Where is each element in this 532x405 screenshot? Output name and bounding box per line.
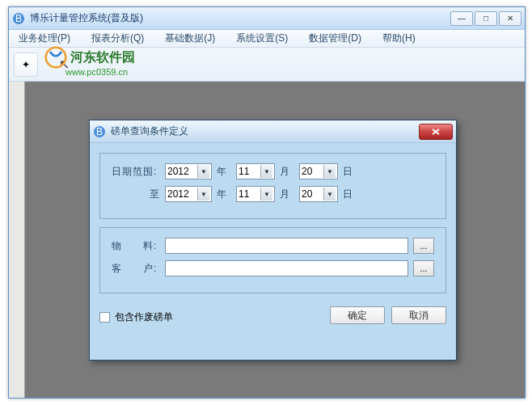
to-month-select[interactable]: 11 ▼ xyxy=(236,186,275,202)
title-bar: B 博乐计量管控系统(普及版) — □ ✕ xyxy=(9,7,525,30)
dialog-close-button[interactable] xyxy=(419,124,453,140)
cancel-button[interactable]: 取消 xyxy=(391,306,446,324)
menu-basedata[interactable]: 基础数据(J) xyxy=(162,30,218,47)
close-icon xyxy=(431,128,441,136)
from-day-select[interactable]: 20 ▼ xyxy=(299,163,338,179)
date-to-row: 至 2012 ▼ 年 11 ▼ 月 20 ▼ 日 xyxy=(112,186,434,202)
menu-settings[interactable]: 系统设置(S) xyxy=(233,30,291,47)
menu-business[interactable]: 业务处理(P) xyxy=(15,30,74,47)
date-from-row: 日期范围: 2012 ▼ 年 11 ▼ 月 20 ▼ 日 xyxy=(112,163,434,179)
minimize-button[interactable]: — xyxy=(450,11,473,26)
material-row: 物 料: ... xyxy=(112,238,434,254)
month-suffix: 月 xyxy=(280,165,289,179)
maximize-button[interactable]: □ xyxy=(475,11,497,26)
include-void-row: 包含作废磅单 xyxy=(99,310,173,324)
dropdown-icon: ▼ xyxy=(323,188,336,200)
dialog-footer: 包含作废磅单 确定 取消 xyxy=(99,302,446,324)
from-month-select[interactable]: 11 ▼ xyxy=(236,163,275,179)
month-suffix: 月 xyxy=(280,188,289,201)
to-label: 至 xyxy=(112,188,160,201)
material-label: 物 料: xyxy=(112,239,160,253)
app-icon: B xyxy=(12,12,25,25)
svg-text:B: B xyxy=(15,13,22,24)
side-panel xyxy=(9,82,25,398)
from-month-value: 11 xyxy=(239,166,249,177)
to-year-value: 2012 xyxy=(167,188,189,200)
query-dialog: B 磅单查询条件定义 日期范围: 2012 ▼ 年 11 ▼ 月 20 xyxy=(89,120,457,361)
ok-button[interactable]: 确定 xyxy=(330,306,385,324)
from-year-value: 2012 xyxy=(167,166,189,177)
close-button[interactable]: ✕ xyxy=(499,11,521,26)
toolbar-exit-button[interactable]: ✦ xyxy=(14,53,38,77)
dialog-icon: B xyxy=(93,125,106,138)
include-void-checkbox[interactable] xyxy=(99,312,110,323)
customer-label: 客 户: xyxy=(112,262,160,276)
window-controls: — □ ✕ xyxy=(450,11,521,26)
to-day-select[interactable]: 20 ▼ xyxy=(299,186,338,202)
filter-group: 物 料: ... 客 户: ... xyxy=(99,227,446,293)
toolbar: ✦ ↖ xyxy=(9,48,525,82)
dropdown-icon: ▼ xyxy=(197,165,209,178)
date-range-label: 日期范围: xyxy=(112,165,160,179)
to-month-value: 11 xyxy=(239,188,249,200)
menu-datamgmt[interactable]: 数据管理(D) xyxy=(306,30,365,47)
customer-input[interactable] xyxy=(165,260,408,276)
menu-bar: 业务处理(P) 报表分析(Q) 基础数据(J) 系统设置(S) 数据管理(D) … xyxy=(9,30,525,48)
window-title: 博乐计量管控系统(普及版) xyxy=(30,11,450,25)
material-input[interactable] xyxy=(165,238,408,254)
dropdown-icon: ▼ xyxy=(323,165,336,178)
include-void-label: 包含作废磅单 xyxy=(115,310,173,324)
button-row: 确定 取消 xyxy=(330,306,446,324)
year-suffix: 年 xyxy=(217,165,226,179)
dropdown-icon: ▼ xyxy=(260,165,272,178)
date-group: 日期范围: 2012 ▼ 年 11 ▼ 月 20 ▼ 日 至 xyxy=(99,153,446,219)
dialog-title: 磅单查询条件定义 xyxy=(111,124,419,138)
exit-icon: ✦ xyxy=(22,59,30,70)
dialog-body: 日期范围: 2012 ▼ 年 11 ▼ 月 20 ▼ 日 至 xyxy=(90,143,456,360)
from-year-select[interactable]: 2012 ▼ xyxy=(165,163,212,179)
dropdown-icon: ▼ xyxy=(197,188,209,200)
cursor-icon: ↖ xyxy=(59,57,70,72)
year-suffix: 年 xyxy=(217,188,226,201)
from-day-value: 20 xyxy=(302,166,312,177)
menu-report[interactable]: 报表分析(Q) xyxy=(88,30,147,47)
material-browse-button[interactable]: ... xyxy=(413,238,434,254)
customer-browse-button[interactable]: ... xyxy=(413,260,434,276)
day-suffix: 日 xyxy=(343,188,353,201)
dialog-title-bar: B 磅单查询条件定义 xyxy=(90,120,456,143)
to-year-select[interactable]: 2012 ▼ xyxy=(165,186,212,202)
day-suffix: 日 xyxy=(343,165,353,179)
customer-row: 客 户: ... xyxy=(112,260,434,276)
to-day-value: 20 xyxy=(302,188,312,200)
menu-help[interactable]: 帮助(H) xyxy=(379,30,419,47)
svg-text:B: B xyxy=(96,126,103,137)
dropdown-icon: ▼ xyxy=(260,188,272,200)
